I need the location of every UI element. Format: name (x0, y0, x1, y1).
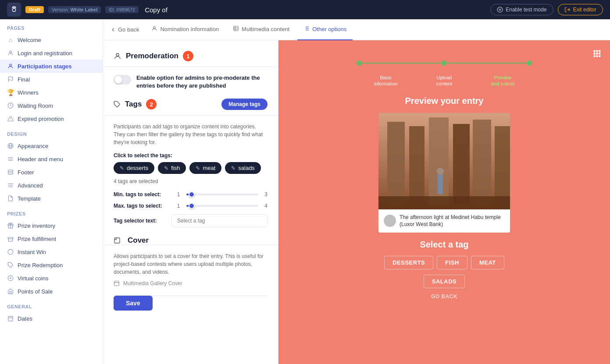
min-tags-label: Min. tags to select: (114, 191, 171, 198)
tag-icon (7, 262, 14, 269)
svg-rect-47 (114, 281, 119, 286)
sidebar-item-appearance[interactable]: Appearance (0, 139, 103, 152)
page-title: Copy of (145, 6, 168, 14)
tag-meat[interactable]: ✎ meat (189, 162, 221, 174)
cover-header: Cover (114, 236, 268, 245)
cover-icon (114, 237, 121, 244)
tags-list: ✎ desserts ✎ fish ✎ meat ✎ (114, 162, 268, 174)
go-back-nav[interactable]: Go back (110, 26, 143, 33)
tags-click-label: Click to select the tags: (114, 152, 268, 159)
enable-test-mode-button[interactable]: Enable test mode (490, 4, 553, 15)
sidebar-item-header-menu[interactable]: Header and menu (0, 152, 103, 166)
sidebar-item-footer[interactable]: Footer (0, 166, 103, 179)
sidebar-item-dates[interactable]: Dates (0, 312, 103, 325)
clock-icon (7, 102, 14, 109)
svg-rect-55 (594, 55, 596, 57)
step-dot-3 (527, 60, 532, 66)
toggle-thumb (114, 76, 122, 84)
svg-rect-52 (594, 53, 596, 54)
app-logo (7, 3, 21, 17)
save-button[interactable]: Save (114, 296, 153, 311)
svg-point-5 (10, 64, 12, 66)
step-label-3: Previewand submit (474, 74, 532, 87)
svg-rect-63 (473, 120, 491, 205)
svg-point-2 (499, 9, 501, 11)
svg-point-0 (12, 8, 16, 12)
sidebar-item-instant-win[interactable]: Instant Win (0, 245, 103, 258)
manage-tags-button[interactable]: Manage tags (221, 99, 268, 110)
preview-tag-salads[interactable]: SALADS (424, 275, 465, 288)
sidebar-item-login[interactable]: Login and registration (0, 46, 103, 60)
sidebar-item-participation[interactable]: Participation stages (0, 60, 103, 73)
sidebar-item-welcome[interactable]: ⌂ Welcome (0, 33, 103, 46)
svg-rect-51 (599, 50, 600, 52)
tag-fish[interactable]: ✎ fish (158, 162, 186, 174)
max-tags-slider[interactable] (186, 205, 258, 207)
tab-other-options[interactable]: Other options (297, 19, 353, 40)
sidebar-item-final[interactable]: Final (0, 73, 103, 86)
sidebar-item-prize-inventory[interactable]: Prize inventory (0, 219, 103, 232)
svg-point-44 (116, 53, 119, 56)
min-tags-max: 3 (262, 191, 268, 198)
min-tags-slider[interactable] (186, 194, 258, 195)
preview-tag-desserts[interactable]: DESSERTS (384, 256, 433, 269)
circle-icon (7, 248, 14, 255)
svg-rect-66 (438, 174, 443, 194)
svg-rect-64 (495, 126, 510, 205)
svg-point-1 (497, 7, 503, 12)
gift-icon (7, 222, 14, 229)
list-tab-icon (303, 25, 310, 33)
premoderation-toggle[interactable] (114, 75, 131, 85)
sidebar-item-advanced[interactable]: Advanced (0, 179, 103, 192)
preview-tag-fish[interactable]: FISH (437, 256, 467, 269)
preview-tag-meat[interactable]: MEAT (471, 256, 504, 269)
svg-rect-29 (8, 316, 13, 321)
layout-icon (7, 169, 14, 176)
tag-selector-input[interactable] (171, 214, 268, 227)
left-panel: Premoderation 1 Enable option for admins… (103, 40, 278, 364)
entry-caption: The afternoon light at Medinet Habu temp… (400, 214, 505, 229)
max-tags-num: 1 (175, 203, 182, 209)
sidebar: Pages ⌂ Welcome Login and registration P… (0, 19, 103, 364)
sidebar-item-waiting-room[interactable]: Waiting Room (0, 99, 103, 112)
id-badge: ID: #989672 (105, 6, 139, 13)
cover-title: Cover (128, 236, 149, 245)
multimedia-tab-icon (233, 25, 239, 33)
grid-icon (592, 49, 601, 58)
trophy-icon: 🏆 (7, 89, 14, 96)
step-line-2 (447, 63, 527, 64)
tab-multimedia[interactable]: Multimedia content (227, 19, 296, 40)
tags-badge: 2 (146, 99, 157, 110)
sidebar-section-design: Design (0, 125, 103, 139)
tag-desserts[interactable]: ✎ desserts (114, 162, 154, 174)
svg-rect-56 (596, 55, 598, 57)
exit-editor-button[interactable]: Exit editor (558, 4, 603, 15)
tab-nomination-info[interactable]: Nomination information (145, 19, 225, 40)
svg-rect-62 (453, 124, 470, 205)
coin-icon (7, 275, 14, 282)
select-tag-title: Select a tag (420, 240, 468, 250)
sidebar-item-winners[interactable]: 🏆 Winners (0, 86, 103, 99)
tags-header-row: Tags 2 Manage tags (114, 99, 268, 110)
preview-title: Preview your entry (405, 96, 484, 106)
entry-avatar (384, 215, 396, 227)
step-label-2: Uploadcontent (415, 74, 473, 87)
sidebar-item-virtual-coins[interactable]: Virtual coins (0, 272, 103, 285)
svg-rect-16 (8, 170, 13, 175)
svg-rect-50 (596, 50, 598, 52)
tag-edit-icon-2: ✎ (164, 165, 168, 171)
menu-icon (7, 155, 14, 163)
sidebar-item-template[interactable]: Template (0, 192, 103, 205)
svg-rect-34 (234, 26, 239, 31)
store-icon (7, 288, 14, 295)
tag-selector-label: Tag selector text: (114, 218, 166, 224)
sidebar-item-expired[interactable]: Expired promotion (0, 112, 103, 125)
sidebar-item-prize-redemption[interactable]: Prize Redemption (0, 258, 103, 272)
version-badge: Version: White Label (48, 6, 101, 13)
steps-visual (357, 60, 532, 66)
sidebar-item-prize-fulfillment[interactable]: Prize fulfillment (0, 232, 103, 245)
svg-rect-57 (599, 55, 600, 57)
sidebar-item-points-of-sale[interactable]: Points of Sale (0, 285, 103, 298)
preview-go-back-button[interactable]: GO BACK (431, 293, 457, 300)
tag-salads[interactable]: ✎ salads (225, 162, 261, 174)
